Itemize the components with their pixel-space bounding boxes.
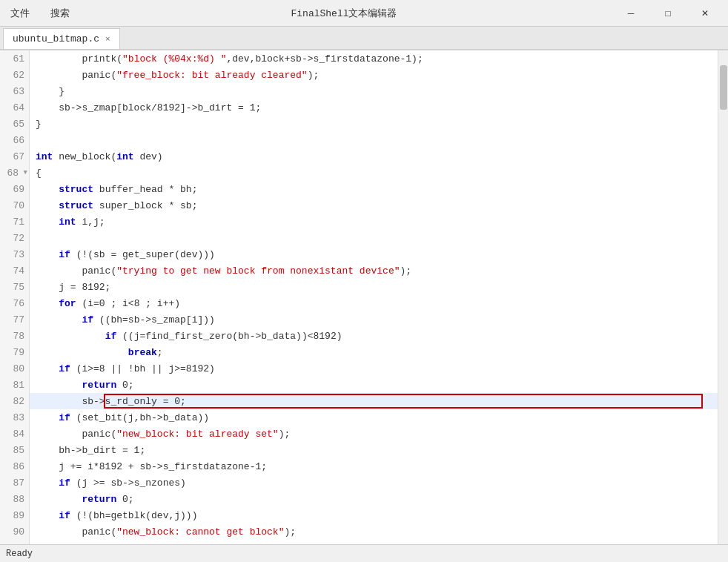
highlighted-line-box [104,394,703,409]
line-number: 70 [0,197,29,214]
line-number: 62 [0,67,29,83]
code-line[interactable]: if ((j=find_first_zero(bh->b_data))<8192… [30,328,718,344]
code-line[interactable]: panic("new_block: cannot get block"); [30,523,718,540]
code-line[interactable]: if ((bh=sb->s_zmap[i])) [30,311,718,328]
code-line[interactable]: if (!(sb = get_super(dev))) [30,246,718,262]
line-number: 74 [0,262,29,279]
line-number: 71 [0,214,29,230]
code-area[interactable]: printk("block (%04x:%d) ",dev,block+sb->… [30,50,718,544]
code-line[interactable]: panic("trying to get new block from none… [30,262,718,279]
line-number: 91 [0,540,29,544]
tab-bar: ubuntu_bitmap.c × [0,27,728,50]
line-number: 84 [0,426,29,442]
code-line[interactable]: } [30,116,718,132]
line-number: 68▼ [0,165,29,181]
code-line[interactable]: j += i*8192 + sb->s_firstdatazone-1; [30,458,718,475]
scrollbar[interactable] [718,50,728,544]
code-line[interactable]: sb->s_rd_only = 0; [30,393,718,409]
code-line[interactable]: j = 8192; [30,279,718,295]
line-number: 81 [0,377,29,393]
maximize-button[interactable]: □ [651,3,685,24]
line-number: 67 [0,148,29,165]
window-controls: ─ □ ✕ [614,3,722,24]
code-line[interactable]: for (i=0 ; i<8 ; i++) [30,295,718,311]
editor-container: 6162636465666768▼69707172737475767778798… [0,50,728,544]
code-line[interactable]: struct buffer_head * bh; [30,181,718,197]
code-line[interactable]: } [30,83,718,99]
line-number: 78 [0,328,29,344]
line-number: 76 [0,295,29,311]
minimize-button[interactable]: ─ [614,3,648,24]
code-line[interactable]: sb->s_zmap[block/8192]->b_dirt = 1; [30,99,718,116]
line-number: 63 [0,83,29,99]
tab-ubuntu-bitmap[interactable]: ubuntu_bitmap.c × [3,28,120,49]
line-number: 66 [0,132,29,148]
line-number: 89 [0,507,29,523]
code-line[interactable]: if (i>=8 || !bh || j>=8192) [30,360,718,377]
status-bar: Ready [0,544,728,562]
line-number: 87 [0,475,29,491]
line-number: 82 [0,393,29,409]
scrollbar-thumb[interactable] [720,65,727,110]
line-number: 86 [0,458,29,475]
code-line[interactable] [30,230,718,246]
line-number: 69 [0,181,29,197]
menu-search[interactable]: 搜索 [46,5,74,22]
line-number: 88 [0,491,29,507]
tab-label: ubuntu_bitmap.c [13,33,99,44]
code-line[interactable]: panic("new_block: bit already set"); [30,426,718,442]
line-numbers: 6162636465666768▼69707172737475767778798… [0,50,30,544]
line-number: 85 [0,442,29,458]
code-line[interactable]: bh->b_dirt = 1; [30,442,718,458]
close-button[interactable]: ✕ [688,3,722,24]
status-text: Ready [6,549,33,559]
line-number: 72 [0,230,29,246]
menu-file[interactable]: 文件 [6,5,34,22]
code-line[interactable]: return 0; [30,377,718,393]
line-number: 65 [0,116,29,132]
code-line[interactable]: break; [30,344,718,360]
code-line[interactable]: panic("free_block: bit already cleared")… [30,67,718,83]
line-number: 77 [0,311,29,328]
title-bar: 文件 搜索 FinalShell文本编辑器 ─ □ ✕ [0,0,728,27]
code-line[interactable]: printk("block (%04x:%d) ",dev,block+sb->… [30,50,718,67]
code-line[interactable]: int i,j; [30,214,718,230]
code-line[interactable]: { [30,165,718,181]
line-number: 75 [0,279,29,295]
line-number: 73 [0,246,29,262]
code-line[interactable] [30,132,718,148]
line-number: 83 [0,409,29,426]
menu-bar: 文件 搜索 [6,5,74,22]
app-title: FinalShell文本编辑器 [74,7,614,20]
code-line[interactable]: if (set_bit(j,bh->b_data)) [30,409,718,426]
line-number: 64 [0,99,29,116]
line-number: 80 [0,360,29,377]
code-line[interactable]: int new_block(int dev) [30,148,718,165]
code-line[interactable]: if (!(bh=getblk(dev,j))) [30,507,718,523]
line-number: 61 [0,50,29,67]
code-line[interactable]: return 0; [30,491,718,507]
line-number: 90 [0,523,29,540]
code-line[interactable]: struct super_block * sb; [30,197,718,214]
line-number: 79 [0,344,29,360]
tab-close-icon[interactable]: × [105,35,110,44]
code-line[interactable]: if (bh->b_count != 1) [30,540,718,544]
code-line[interactable]: if (j >= sb->s_nzones) [30,475,718,491]
